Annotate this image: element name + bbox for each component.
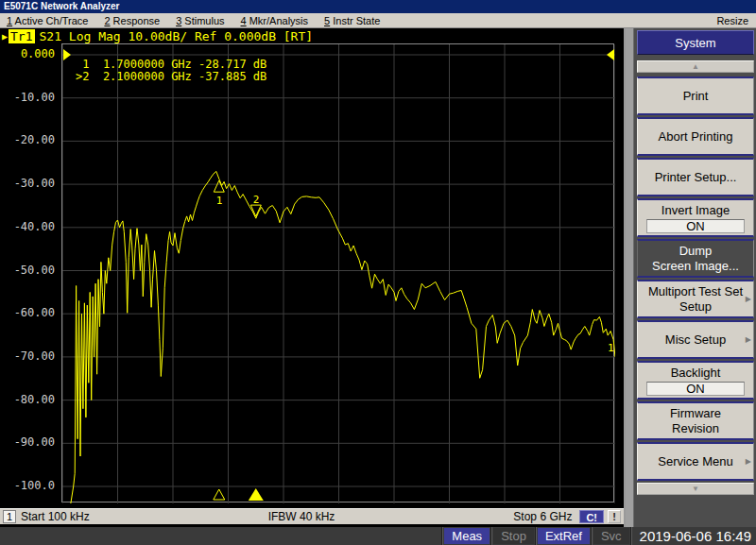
menu-item-instr-state[interactable]: 5 Instr State [324,15,380,26]
invert-image-toggle-state[interactable]: ON [646,219,745,233]
menu-item-active-ch-trace[interactable]: 1 Active Ch/Trace [7,15,88,26]
status-badge-svc: Svc [593,528,629,544]
softkey-label: Screen Image... [652,259,739,274]
y-axis-tick-label: -80.00 [0,393,55,406]
softkey-label: Setup [679,299,712,315]
marker-readout: 1 1.7000000 GHz -28.717 dB >2 2.1000000 … [76,59,266,83]
status-datetime: 2019-06-06 16:49 [632,528,756,544]
submenu-arrow-icon: ▶ [746,454,751,469]
menu-items: 1 Active Ch/Trace2 Response3 Stimulus4 M… [0,15,380,26]
backlight-toggle-state[interactable]: ON [646,382,745,396]
stop-frequency-label[interactable]: Stop 6 GHz [513,510,572,523]
status-separator [591,527,593,545]
softkey-multiport-test-set-setup-button[interactable]: Multiport Test SetSetup▶ [637,280,754,318]
scroll-up-icon: ▲ [692,63,699,71]
ifbw-label[interactable]: IFBW 40 kHz [268,510,335,523]
ref-level-left-triangle-icon [63,49,71,60]
softkey-scroll-up-button[interactable]: ▲ [637,60,754,73]
e5071c-screen: E5071C Network Analyzer 1 Active Ch/Trac… [0,0,756,545]
softkey-abort-printing-button[interactable]: Abort Printing [637,117,754,156]
softkey-label: Service Menu [658,454,732,469]
softkey-label: Abort Printing [659,129,733,145]
graticule-plot-area[interactable]: 121 [61,43,614,502]
start-frequency-label[interactable]: Start 100 kHz [21,510,90,523]
softkey-label: Firmware [670,406,721,421]
y-axis-tick-label: -50.00 [0,264,55,277]
calibration-status-badge: C! [579,510,604,523]
marker-1-label: 1 [216,195,223,207]
menu-item-stimulus[interactable]: 3 Stimulus [176,15,224,26]
status-badge-stop: Stop [493,528,534,544]
softkey-label: Misc Setup [665,332,726,348]
trace-end-number-label: 1 [608,342,614,354]
y-axis-tick-label: -60.00 [0,306,55,319]
softkey-label: Revision [672,421,719,436]
marker-1-axis-triangle-icon [214,489,225,500]
softkey-dump-screen-image-button[interactable]: DumpScreen Image... [637,239,754,278]
status-badge-meas: Meas [444,528,490,544]
softkey-menu-title[interactable]: System [637,30,754,55]
softkey-scroll-down-button[interactable]: ▼ [637,483,754,495]
softkey-firmware-revision-button[interactable]: FirmwareRevision [637,401,754,440]
marker-2-label: 2 [253,194,260,206]
menu-item-response[interactable]: 2 Response [104,15,160,26]
softkey-stack: System▲PrintAbort PrintingPrinter Setup.… [637,30,754,499]
trace-status-bar: ▶Tr1S21 Log Mag 10.00dB/ Ref 0.000dB [RT… [2,29,313,43]
y-axis-tick-label: -100.0 [0,479,55,492]
warning-badge: ! [608,510,621,523]
y-axis-tick-label: -70.00 [0,349,55,363]
softkey-misc-setup-button[interactable]: Misc Setup▶ [637,320,754,359]
softkey-service-menu-button[interactable]: Service Menu▶ [637,442,754,481]
menu-bar: 1 Active Ch/Trace2 Response3 Stimulus4 M… [0,13,756,28]
softkey-label: Dump [679,244,713,259]
trace-parameters: S21 Log Mag 10.00dB/ Ref 0.000dB [RT] [40,29,314,43]
status-separator [535,527,537,545]
submenu-arrow-icon: ▶ [746,332,751,348]
softkey-invert-image-button[interactable]: Invert ImageON [637,198,754,237]
window-title: E5071C Network Analyzer [4,1,119,11]
softkey-print-button[interactable]: Print [637,77,754,115]
y-axis-tick-label: 0.000 [0,47,55,60]
channel-number-box: 1 [3,510,16,523]
ref-level-right-triangle-icon [607,49,614,60]
softkey-label: Print [683,89,709,104]
y-axis-tick-label: -30.00 [0,177,55,190]
y-axis-tick-label: -20.00 [0,133,55,146]
status-bar: MeasStopExtRefSvc2019-06-06 16:49 [0,527,756,545]
trace-plot-svg: 121 [62,44,615,503]
scroll-down-icon: ▼ [692,485,699,493]
softkey-sidebar: System▲PrintAbort PrintingPrinter Setup.… [626,28,756,527]
status-separator [490,527,492,545]
active-trace-arrow-icon: ▶ [2,31,8,42]
softkey-label: Printer Setup... [655,170,737,185]
softkey-label: Multiport Test Set [648,284,743,299]
frequency-bar: 1 Start 100 kHz IFBW 40 kHz Stop 6 GHz C… [0,508,624,524]
instrument-display: ▶Tr1S21 Log Mag 10.00dB/ Ref 0.000dB [RT… [0,28,626,527]
status-separator [441,527,443,545]
y-axis-tick-label: -40.00 [0,220,55,233]
status-badge-extref: ExtRef [538,528,590,544]
window-title-bar: E5071C Network Analyzer [0,0,756,13]
y-axis-tick-label: -10.00 [0,91,55,104]
y-axis-tick-label: -90.00 [0,435,55,449]
marker-1-triangle-icon [214,180,224,192]
softkey-scroll-track[interactable] [626,28,634,527]
submenu-arrow-icon: ▶ [746,292,751,307]
softkey-printer-setup-button[interactable]: Printer Setup... [637,158,754,196]
menu-item-mkr-analysis[interactable]: 4 Mkr/Analysis [241,15,309,26]
softkey-backlight-button[interactable]: BacklightON [637,361,754,400]
menu-item-resize[interactable]: Resize [716,15,756,26]
softkey-label: Invert Image [662,203,730,218]
marker-2-axis-triangle-icon [249,488,264,501]
softkey-label: Backlight [671,366,721,381]
trace-name-badge[interactable]: Tr1 [9,29,34,43]
